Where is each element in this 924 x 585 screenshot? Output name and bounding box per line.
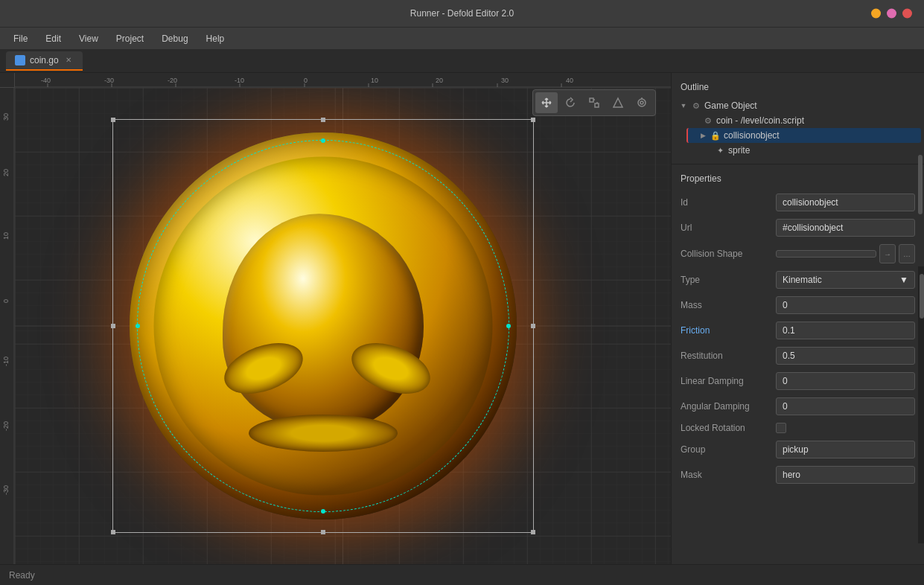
properties-title: Properties — [672, 170, 924, 190]
titlebar: Runner - Defold Editor 2.0 — [0, 0, 924, 27]
tab-coin[interactable]: coin.go ✕ — [6, 51, 83, 71]
svg-text:20: 20 — [436, 77, 443, 84]
rotate-icon — [564, 97, 576, 109]
outline-scrollbar[interactable] — [918, 155, 923, 214]
menu-view[interactable]: View — [71, 31, 106, 47]
prop-row-id: Id collisionobject — [672, 190, 924, 215]
close-button[interactable] — [902, 9, 912, 19]
canvas-toolbar — [532, 89, 656, 116]
tab-close-button[interactable]: ✕ — [63, 55, 74, 65]
collision-shape-browse-btn[interactable]: → — [879, 244, 896, 263]
svg-text:40: 40 — [566, 77, 573, 84]
svg-rect-32 — [590, 98, 593, 102]
main-layout: -40 -30 -20 -10 0 10 20 30 40 — [0, 73, 924, 564]
menubar: File Edit View Project Debug Help — [0, 27, 924, 49]
svg-text:-20: -20 — [2, 421, 10, 431]
svg-text:-10: -10 — [235, 77, 244, 84]
svg-marker-36 — [614, 98, 622, 107]
window-controls — [871, 9, 912, 19]
label-mask: Mask — [681, 470, 770, 480]
linear-damping-field[interactable]: 0 — [776, 372, 915, 390]
minimize-button[interactable] — [871, 9, 881, 19]
type-value: Kinematic — [783, 275, 822, 285]
label-mass: Mass — [681, 300, 770, 310]
label-linear-damping: Linear Damping — [681, 376, 770, 386]
mask-field[interactable]: hero — [776, 466, 915, 484]
maximize-button[interactable] — [887, 9, 896, 19]
type-dropdown[interactable]: Kinematic ▼ — [776, 271, 915, 289]
menu-file[interactable]: File — [6, 31, 35, 47]
tree-item-collisionobject[interactable]: ▶ 🔒 collisionobject — [686, 128, 921, 143]
prop-row-group: Group pickup — [672, 437, 924, 462]
svg-text:20: 20 — [2, 169, 10, 176]
h-ruler: -40 -30 -20 -10 0 10 20 30 40 — [15, 73, 671, 88]
svg-text:-30: -30 — [2, 485, 10, 495]
right-panel: Outline ▼ ⚙ Game Object ▶ ⚙ coin - /leve… — [671, 73, 924, 564]
scale-tool-button[interactable] — [583, 92, 605, 113]
prop-row-mass: Mass 0 — [672, 292, 924, 318]
locked-rotation-checkbox[interactable] — [776, 423, 786, 433]
outline-title: Outline — [672, 79, 924, 98]
angular-damping-field[interactable]: 0 — [776, 397, 915, 415]
camera-icon — [636, 97, 648, 109]
menu-debug[interactable]: Debug — [154, 31, 195, 47]
tab-file-icon — [15, 55, 25, 65]
anchor-tool-button[interactable] — [607, 92, 629, 113]
tree-label-sprite: sprite — [728, 145, 750, 156]
restitution-field[interactable]: 0.5 — [776, 347, 915, 365]
prop-row-restitution: Restitution 0.5 — [672, 343, 924, 368]
svg-text:-30: -30 — [104, 77, 114, 84]
label-url: Url — [681, 223, 770, 233]
collision-shape-clear-btn[interactable]: … — [899, 244, 915, 263]
id-field[interactable]: collisionobject — [776, 194, 915, 211]
prop-row-friction: Friction 0.1 — [672, 318, 924, 343]
properties-section: Properties Id collisionobject Url #colli… — [672, 164, 924, 564]
label-locked-rotation: Locked Rotation — [681, 423, 770, 433]
prop-row-angular-damping: Angular Damping 0 — [672, 394, 924, 419]
gear-icon-script: ⚙ — [703, 115, 713, 126]
prop-row-linear-damping: Linear Damping 0 — [672, 368, 924, 394]
prop-row-type: Type Kinematic ▼ — [672, 267, 924, 292]
collision-shape-row: → … — [776, 244, 915, 263]
prop-row-url: Url #collisionobject — [672, 215, 924, 240]
friction-field[interactable]: 0.1 — [776, 322, 915, 339]
viewport[interactable] — [15, 88, 671, 564]
menu-help[interactable]: Help — [199, 31, 232, 47]
properties-scrollbar-track — [918, 266, 924, 543]
move-tool-button[interactable] — [535, 92, 558, 113]
svg-text:-20: -20 — [168, 77, 177, 84]
coin-bottom — [249, 415, 398, 452]
prop-row-locked-rotation: Locked Rotation — [672, 419, 924, 437]
canvas-area[interactable]: -40 -30 -20 -10 0 10 20 30 40 — [0, 73, 671, 564]
label-collision-shape: Collision Shape — [681, 249, 770, 259]
properties-scrollbar-thumb[interactable] — [920, 274, 924, 319]
svg-point-39 — [640, 101, 643, 104]
svg-text:10: 10 — [371, 77, 378, 84]
collision-shape-field[interactable] — [776, 250, 876, 258]
scale-icon — [588, 97, 600, 109]
menu-project[interactable]: Project — [109, 31, 151, 47]
lock-icon-collision: 🔒 — [710, 130, 721, 141]
outline-tree: ▼ ⚙ Game Object ▶ ⚙ coin - /level/coin.s… — [672, 98, 924, 158]
gear-icon-game-object: ⚙ — [691, 100, 701, 111]
tree-item-coin-script[interactable]: ▶ ⚙ coin - /level/coin.script — [686, 113, 921, 128]
tab-label: coin.go — [30, 55, 59, 65]
tree-item-game-object[interactable]: ▼ ⚙ Game Object — [675, 98, 921, 113]
svg-text:10: 10 — [2, 232, 10, 240]
titlebar-title: Runner - Defold Editor 2.0 — [410, 8, 514, 19]
h-ruler-svg: -40 -30 -20 -10 0 10 20 30 40 — [15, 73, 671, 88]
tree-item-sprite[interactable]: ▶ ✦ sprite — [698, 143, 921, 158]
prop-row-collision-shape: Collision Shape → … — [672, 240, 924, 267]
mass-field[interactable]: 0 — [776, 296, 915, 314]
url-field[interactable]: #collisionobject — [776, 219, 915, 237]
label-friction: Friction — [681, 325, 770, 336]
label-group: Group — [681, 444, 770, 455]
tree-label-collisionobject: collisionobject — [724, 130, 780, 141]
group-field[interactable]: pickup — [776, 441, 915, 458]
menu-edit[interactable]: Edit — [38, 31, 68, 47]
rotate-tool-button[interactable] — [559, 92, 582, 113]
svg-point-38 — [638, 99, 646, 106]
camera-tool-button[interactable] — [631, 92, 653, 113]
label-angular-damping: Angular Damping — [681, 401, 770, 412]
coin-container — [122, 125, 524, 527]
